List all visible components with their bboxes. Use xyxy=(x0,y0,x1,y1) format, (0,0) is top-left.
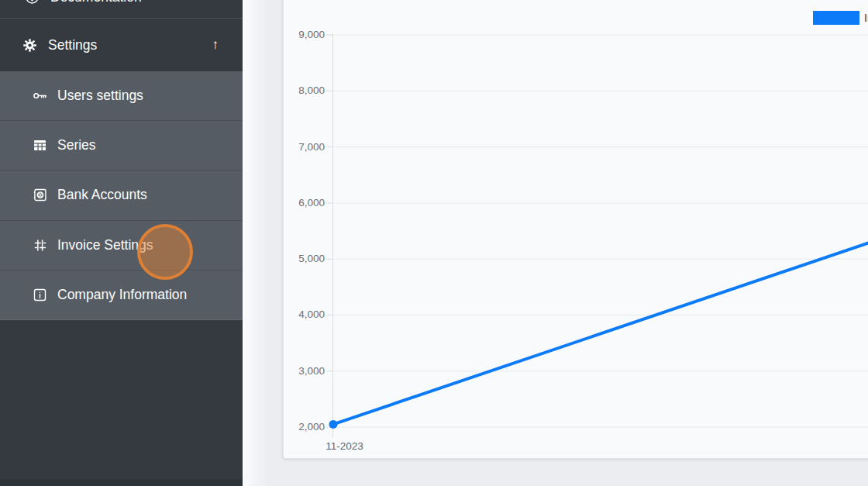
gear-icon xyxy=(21,36,38,53)
sidebar-item-series[interactable]: Series xyxy=(0,121,243,171)
y-axis-tick-label: 3,000 xyxy=(284,365,325,377)
y-axis-tick-label: 8,000 xyxy=(284,84,325,97)
book-circle-icon xyxy=(23,0,40,6)
sidebar-item-label: Invoice Settings xyxy=(57,237,153,253)
sidebar-item-invoice-settings[interactable]: Invoice Settings xyxy=(0,221,243,271)
y-axis-tick-label: 6,000 xyxy=(284,197,325,209)
sidebar-item-users-settings[interactable]: Users settings xyxy=(0,71,243,121)
y-axis-tick-label: 2,000 xyxy=(284,421,325,433)
sidebar-item-label: Company Information xyxy=(57,287,187,303)
x-axis-tick-label: 11-2023 xyxy=(326,440,363,452)
main-content: 9,000 8,000 7,000 6,000 5,000 4,000 3,00… xyxy=(243,0,868,486)
sidebar-item-documentation[interactable]: Documentation xyxy=(0,0,243,19)
legend-label: In xyxy=(864,12,868,24)
collapse-arrow-icon[interactable]: ↑ xyxy=(212,37,219,53)
app-window: Documentation xyxy=(0,0,868,486)
sidebar-item-settings[interactable]: Settings ↑ xyxy=(0,19,243,71)
sidebar-footer-strip xyxy=(0,479,243,486)
series-line xyxy=(333,241,868,424)
legend-swatch xyxy=(813,11,859,25)
chart-legend[interactable]: In xyxy=(813,11,868,25)
chart-card: 9,000 8,000 7,000 6,000 5,000 4,000 3,00… xyxy=(283,0,868,459)
sidebar-item-label: Bank Accounts xyxy=(57,187,147,203)
content-left-gradient xyxy=(243,0,269,486)
data-point-11-2023 xyxy=(329,420,338,429)
y-axis-tick-label: 5,000 xyxy=(284,253,325,265)
sidebar-item-company-information[interactable]: Company Information xyxy=(0,271,243,320)
info-square-icon xyxy=(31,286,48,303)
key-icon xyxy=(31,88,48,105)
y-axis-tick-label: 7,000 xyxy=(284,141,325,153)
sidebar-item-bank-accounts[interactable]: Bank Accounts xyxy=(0,171,243,220)
sidebar-item-label: Settings xyxy=(48,37,97,53)
sidebar: Documentation xyxy=(0,0,243,486)
sidebar-item-label: Documentation xyxy=(50,0,142,5)
safe-icon xyxy=(31,187,48,204)
y-axis-tick-label: 9,000 xyxy=(284,29,325,41)
table-icon xyxy=(31,137,48,154)
settings-submenu: Users settings Series xyxy=(0,71,243,320)
sidebar-item-label: Users settings xyxy=(57,88,143,104)
line-chart xyxy=(284,0,868,460)
sliders-icon xyxy=(31,236,48,253)
y-axis-tick-label: 4,000 xyxy=(284,308,325,321)
sidebar-item-label: Series xyxy=(57,137,96,153)
